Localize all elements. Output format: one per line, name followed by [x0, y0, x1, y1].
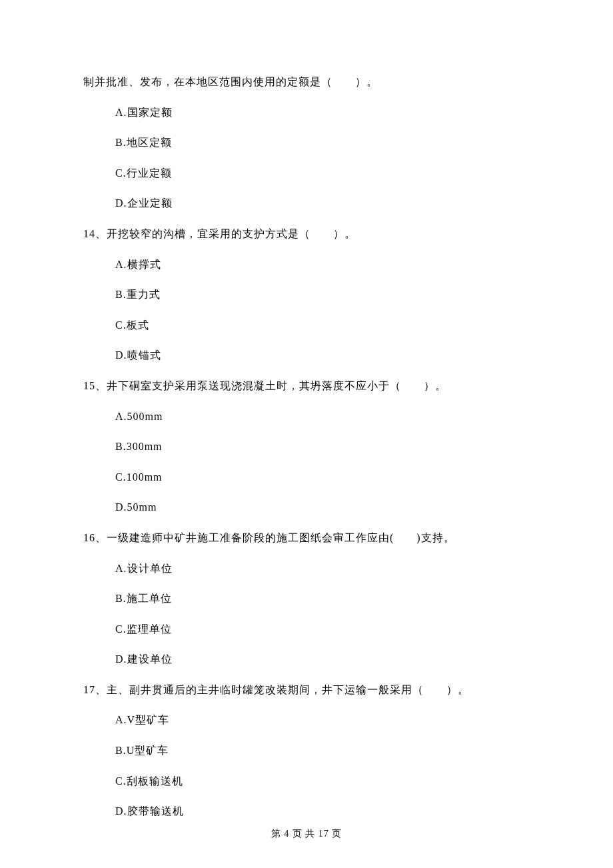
- question-15-option-b: B.300mm: [83, 438, 530, 455]
- question-13: 制并批准、发布，在本地区范围内使用的定额是（ ）。 A.国家定额 B.地区定额 …: [83, 73, 530, 212]
- page-footer: 第 4 页 共 17 页: [0, 828, 613, 840]
- question-14-stem: 14、开挖较窄的沟槽，宜采用的支护方式是（ ）。: [83, 225, 530, 243]
- question-14: 14、开挖较窄的沟槽，宜采用的支护方式是（ ）。 A.横撑式 B.重力式 C.板…: [83, 225, 530, 364]
- question-15-option-c: C.100mm: [83, 469, 530, 486]
- question-15-option-a: A.500mm: [83, 408, 530, 425]
- question-14-option-b: B.重力式: [83, 286, 530, 303]
- question-14-option-c: C.板式: [83, 317, 530, 334]
- question-17-stem: 17、主、副井贯通后的主井临时罐笼改装期间，井下运输一般采用（ ）。: [83, 681, 530, 699]
- question-17-option-c: C.刮板输送机: [83, 773, 530, 790]
- question-16-option-b: B.施工单位: [83, 590, 530, 607]
- question-13-stem: 制并批准、发布，在本地区范围内使用的定额是（ ）。: [83, 73, 530, 91]
- question-16-option-d: D.建设单位: [83, 651, 530, 668]
- question-13-option-d: D.企业定额: [83, 195, 530, 212]
- question-16-option-c: C.监理单位: [83, 621, 530, 638]
- question-13-option-b: B.地区定额: [83, 134, 530, 151]
- question-15-stem: 15、井下硐室支护采用泵送现浇混凝土时，其坍落度不应小于（ ）。: [83, 377, 530, 395]
- question-16: 16、一级建造师中矿井施工准备阶段的施工图纸会审工作应由( )支持。 A.设计单…: [83, 529, 530, 668]
- page-content: 制并批准、发布，在本地区范围内使用的定额是（ ）。 A.国家定额 B.地区定额 …: [0, 0, 613, 820]
- question-17-option-d: D.胶带输送机: [83, 803, 530, 820]
- question-17: 17、主、副井贯通后的主井临时罐笼改装期间，井下运输一般采用（ ）。 A.V型矿…: [83, 681, 530, 820]
- question-13-option-a: A.国家定额: [83, 104, 530, 121]
- question-14-option-a: A.横撑式: [83, 256, 530, 273]
- question-16-option-a: A.设计单位: [83, 560, 530, 577]
- question-15: 15、井下硐室支护采用泵送现浇混凝土时，其坍落度不应小于（ ）。 A.500mm…: [83, 377, 530, 516]
- question-13-option-c: C.行业定额: [83, 165, 530, 182]
- question-14-option-d: D.喷锚式: [83, 347, 530, 364]
- question-15-option-d: D.50mm: [83, 499, 530, 516]
- question-17-option-a: A.V型矿车: [83, 711, 530, 729]
- question-16-stem: 16、一级建造师中矿井施工准备阶段的施工图纸会审工作应由( )支持。: [83, 529, 530, 547]
- question-17-option-b: B.U型矿车: [83, 742, 530, 759]
